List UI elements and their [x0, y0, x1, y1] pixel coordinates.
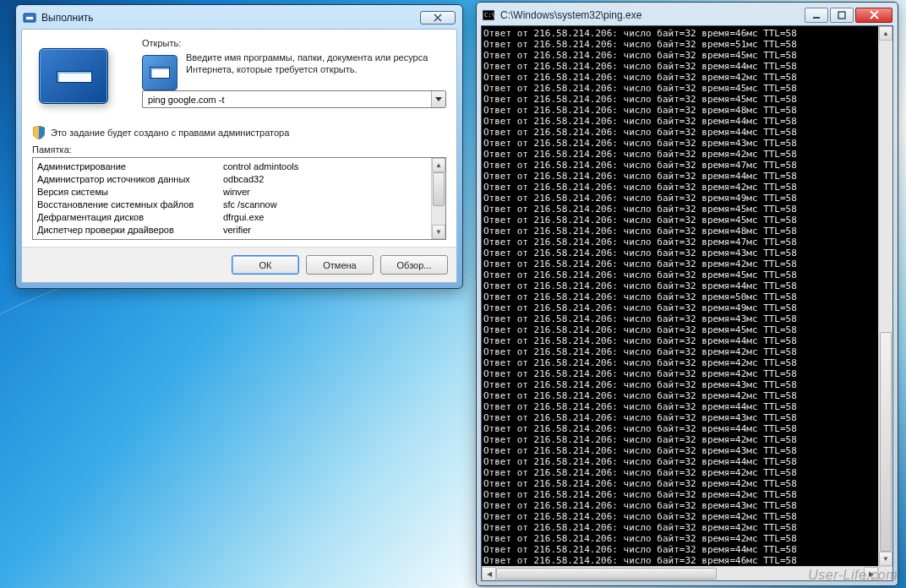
browse-button[interactable]: Обзор...: [380, 255, 448, 275]
console-client-area: Ответ от 216.58.214.206: число байт=32 в…: [481, 25, 893, 581]
memo-cmd: control admintools: [223, 161, 298, 173]
open-label: Открыть:: [142, 38, 446, 48]
memo-row[interactable]: Восстановление системных файловsfc /scan…: [37, 199, 429, 211]
scroll-left-button[interactable]: ◀: [482, 567, 496, 581]
run-body: Открыть: Введите имя программы, папки, д…: [21, 29, 457, 283]
svg-rect-4: [813, 17, 820, 19]
memo-name: Версия системы: [37, 186, 223, 199]
svg-rect-5: [838, 12, 845, 19]
close-button[interactable]: [855, 8, 892, 23]
admin-note-text: Это задание будет создано с правами адми…: [51, 128, 289, 138]
scroll-thumb[interactable]: [496, 568, 717, 580]
console-scrollbar-vertical[interactable]: ▲ ▼: [878, 26, 892, 566]
run-icon-area: [32, 38, 142, 116]
memo-row[interactable]: Дефрагментация дисковdfrgui.exe: [37, 211, 429, 224]
cancel-button[interactable]: Отмена: [306, 255, 374, 275]
memo-cmd: verifier: [223, 224, 251, 237]
scroll-thumb[interactable]: [433, 172, 445, 206]
admin-note-row: Это задание будет создано с правами адми…: [32, 126, 446, 139]
console-titlebar[interactable]: C:\ C:\Windows\system32\ping.exe: [481, 7, 893, 25]
memo-cmd: odbcad32: [223, 173, 264, 186]
run-titlebar[interactable]: Выполнить: [21, 10, 457, 29]
memo-name: Диспетчер проверки драйверов: [37, 224, 223, 237]
svg-rect-1: [26, 17, 33, 19]
open-dropdown-button[interactable]: [431, 91, 445, 107]
run-dialog: Выполнить Открыть:: [15, 4, 463, 289]
console-title-text: C:\Windows\system32\ping.exe: [500, 9, 641, 21]
scroll-thumb[interactable]: [880, 332, 892, 552]
minimize-button[interactable]: [805, 8, 828, 23]
console-title-icon: C:\: [482, 8, 495, 22]
scroll-down-button[interactable]: ▼: [432, 225, 445, 239]
memo-name: Восстановление системных файлов: [37, 199, 223, 211]
memo-scrollbar[interactable]: ▲ ▼: [431, 158, 445, 239]
memo-row[interactable]: Версия системыwinver: [37, 186, 429, 199]
memo-cmd: winver: [223, 186, 250, 199]
run-large-icon: [39, 48, 108, 104]
ok-button[interactable]: ОК: [232, 255, 299, 275]
memo-name: Администратор источников данных: [37, 173, 223, 186]
run-title-text: Выполнить: [41, 12, 94, 24]
run-button-row: ОК Отмена Обзор...: [22, 247, 456, 282]
memo-list: Администрированиеcontrol admintoolsАдмин…: [32, 157, 446, 240]
memo-name: Дефрагментация дисков: [37, 211, 223, 224]
memo-cmd: dfrgui.exe: [223, 211, 264, 224]
watermark: User-Life.com: [808, 568, 898, 583]
open-combobox[interactable]: [142, 90, 446, 108]
memo-name: Администрирование: [37, 161, 223, 173]
close-button[interactable]: [420, 11, 456, 24]
shield-icon: [32, 126, 46, 139]
run-title-icon: [23, 11, 36, 24]
memo-row[interactable]: Администратор источников данныхodbcad32: [37, 173, 429, 186]
scroll-up-button[interactable]: ▲: [432, 158, 445, 172]
scroll-up-button[interactable]: ▲: [879, 26, 892, 41]
memo-row[interactable]: Администрированиеcontrol admintools: [37, 161, 429, 173]
open-input[interactable]: [143, 91, 431, 107]
scroll-down-button[interactable]: ▼: [879, 552, 892, 566]
memo-label: Памятка:: [32, 144, 446, 155]
memo-cmd: sfc /scannow: [223, 199, 277, 211]
maximize-button[interactable]: [830, 8, 854, 23]
console-window: C:\ C:\Windows\system32\ping.exe Ответ о…: [476, 2, 898, 586]
run-small-icon: [142, 55, 177, 90]
svg-text:C:\: C:\: [484, 12, 494, 19]
memo-row[interactable]: Диспетчер проверки драйверовverifier: [37, 224, 429, 237]
open-description: Введите имя программы, папки, документа …: [186, 52, 446, 75]
console-output: Ответ от 216.58.214.206: число байт=32 в…: [483, 28, 877, 565]
